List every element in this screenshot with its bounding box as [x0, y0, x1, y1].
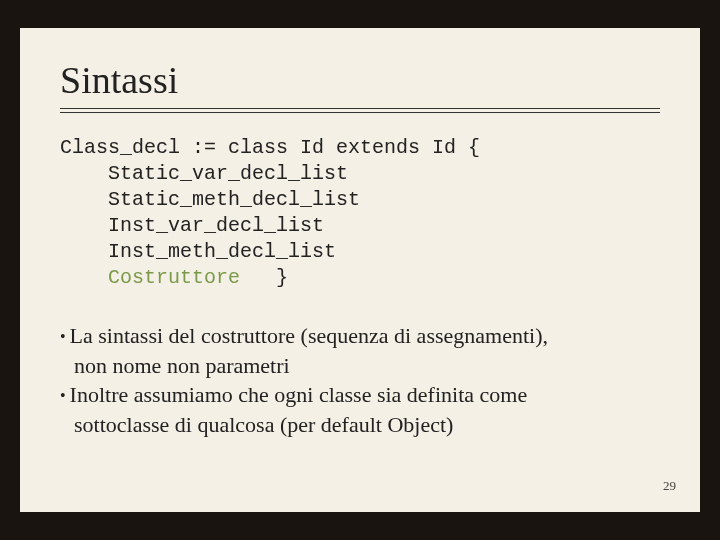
bullet-item-1: • La sintassi del costruttore (sequenza … — [60, 321, 660, 351]
bullet-1-line-1: La sintassi del costruttore (sequenza di… — [70, 321, 660, 351]
bullet-dot-icon: • — [60, 385, 66, 407]
bullet-1-line-2: non nome non parametri — [74, 351, 660, 381]
grammar-line-3: Static_meth_decl_list — [60, 188, 360, 211]
slide-title: Sintassi — [60, 58, 660, 102]
title-rule-top — [60, 108, 660, 109]
bullet-list: • La sintassi del costruttore (sequenza … — [60, 321, 660, 440]
grammar-block: Class_decl := class Id extends Id { Stat… — [60, 135, 660, 291]
grammar-line-4: Inst_var_decl_list — [60, 214, 324, 237]
bullet-2-line-1: Inoltre assumiamo che ogni classe sia de… — [70, 380, 660, 410]
grammar-line-1: Class_decl := class Id extends Id { — [60, 136, 480, 159]
title-rule-bottom — [60, 112, 660, 113]
grammar-constructor-keyword: Costruttore — [108, 266, 240, 289]
grammar-line-6-indent — [60, 266, 108, 289]
grammar-line-2: Static_var_decl_list — [60, 162, 348, 185]
slide-background: Sintassi Class_decl := class Id extends … — [0, 0, 720, 540]
slide-content: Sintassi Class_decl := class Id extends … — [20, 28, 700, 512]
bullet-2-line-2: sottoclasse di qualcosa (per default Obj… — [74, 410, 660, 440]
bullet-dot-icon: • — [60, 326, 66, 348]
grammar-line-5: Inst_meth_decl_list — [60, 240, 336, 263]
bullet-item-2: • Inoltre assumiamo che ogni classe sia … — [60, 380, 660, 410]
grammar-line-6-close: } — [240, 266, 288, 289]
page-number: 29 — [663, 478, 676, 494]
